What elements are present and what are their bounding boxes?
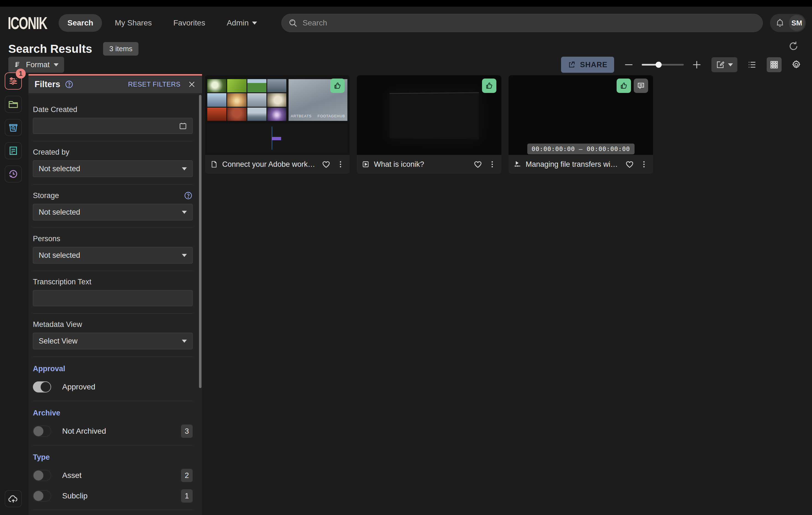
count-badge: 3	[181, 425, 193, 438]
favorite-heart-icon[interactable]	[625, 160, 634, 169]
not-archived-toggle-row: Not Archived 3	[33, 425, 193, 438]
results-toolbar: Format SHARE	[8, 56, 804, 73]
top-black-strip	[0, 0, 812, 7]
grid-view-icon[interactable]	[767, 57, 782, 72]
user-avatar[interactable]: SM	[789, 15, 805, 31]
share-icon	[568, 60, 576, 69]
rail-metadata-button[interactable]	[5, 142, 22, 159]
not-archived-toggle[interactable]	[33, 426, 51, 437]
asset-card-bar: What is iconik?	[357, 155, 501, 174]
storage-select[interactable]: Not selected	[33, 204, 193, 220]
rail-uploads-button[interactable]	[5, 490, 22, 507]
rail-saved-searches-button[interactable]	[5, 119, 22, 136]
toolbar-right: SHARE	[561, 57, 804, 73]
help-icon[interactable]	[65, 80, 74, 89]
panel-scrollbar-thumb[interactable]	[199, 95, 201, 388]
chevron-down-icon	[182, 167, 187, 170]
asset-title: Managing file transfers with th...	[526, 160, 619, 169]
count-badge: 1	[181, 489, 193, 503]
favorite-heart-icon[interactable]	[473, 160, 483, 169]
approval-group-heading: Approval	[33, 364, 193, 373]
favorite-heart-icon[interactable]	[321, 160, 331, 169]
archive-group-heading: Archive	[33, 409, 193, 417]
global-search[interactable]	[281, 14, 763, 32]
thumbnail-zoom-control	[621, 57, 704, 72]
asset-card[interactable]: ARTBEATS FOOTAGEHUB	[205, 75, 350, 174]
divider	[33, 227, 193, 228]
asset-card[interactable]: 00:00:00:00 – 00:00:00:00 Managing file …	[509, 75, 653, 174]
asset-title: What is iconik?	[374, 160, 468, 169]
subclip-toggle[interactable]	[33, 490, 51, 502]
nav-admin[interactable]: Admin	[218, 14, 266, 32]
persons-label: Persons	[33, 235, 193, 243]
chevron-down-icon	[54, 63, 59, 66]
storage-label: Storage	[33, 191, 193, 200]
zoom-in-icon[interactable]	[689, 57, 704, 72]
approved-thumbs-up-badge	[482, 79, 496, 93]
notifications-bell-icon[interactable]	[775, 18, 785, 28]
filters-panel: Filters RESET FILTERS Date Created Creat…	[28, 74, 202, 515]
reset-filters-link[interactable]: RESET FILTERS	[128, 80, 180, 88]
close-icon[interactable]	[188, 80, 196, 88]
type-group-heading: Type	[33, 453, 193, 462]
created-by-select[interactable]: Not selected	[33, 160, 193, 177]
search-icon	[288, 18, 298, 28]
thumb-watermark-left: ARTBEATS	[291, 114, 312, 118]
comment-badge	[634, 79, 648, 93]
metadata-view-select[interactable]: Select View	[33, 333, 193, 349]
list-view-icon[interactable]	[745, 57, 759, 72]
results-grid: ARTBEATS FOOTAGEHUB	[205, 75, 812, 515]
zoom-slider[interactable]	[642, 64, 684, 65]
page-title: Search Results	[8, 42, 92, 56]
date-created-label: Date Created	[33, 105, 193, 114]
kebab-menu-icon[interactable]	[488, 160, 496, 169]
refresh-icon[interactable]	[788, 40, 799, 52]
asset-toggle[interactable]	[33, 470, 51, 481]
asset-card[interactable]: What is iconik?	[357, 75, 501, 174]
file-icon	[210, 160, 218, 168]
help-icon[interactable]	[184, 191, 193, 200]
asset-title: Connect your Adobe workflow	[222, 160, 316, 169]
transcription-label: Transcription Text	[33, 278, 193, 286]
main-nav: Search My Shares Favorites Admin	[59, 14, 266, 32]
kebab-menu-icon[interactable]	[640, 160, 648, 169]
app-header: ICONIK Search My Shares Favorites Admin	[0, 7, 812, 39]
persons-select[interactable]: Not selected	[33, 247, 193, 264]
folder-icon	[8, 99, 19, 110]
rail-filters-button[interactable]: 1	[5, 73, 22, 90]
nav-favorites[interactable]: Favorites	[165, 14, 214, 32]
kebab-menu-icon[interactable]	[336, 160, 345, 169]
batch-edit-dropdown-button[interactable]	[712, 57, 737, 72]
divider	[33, 141, 193, 141]
metadata-view-label: Metadata View	[33, 320, 193, 329]
zoom-slider-thumb[interactable]	[656, 62, 662, 68]
approved-toggle-row: Approved	[33, 380, 193, 394]
approved-toggle[interactable]	[33, 381, 51, 392]
calendar-icon[interactable]	[178, 121, 187, 130]
zoom-out-icon[interactable]	[621, 57, 636, 72]
asset-thumbnail	[357, 75, 501, 155]
created-by-label: Created by	[33, 148, 193, 157]
asset-thumbnail: 00:00:00:00 – 00:00:00:00	[509, 75, 653, 155]
search-input[interactable]	[302, 19, 756, 27]
transcription-field[interactable]	[38, 294, 187, 303]
transcription-input[interactable]	[33, 290, 193, 306]
thumb-watermark-right: FOOTAGEHUB	[318, 114, 345, 118]
cloud-upload-icon	[7, 493, 19, 505]
history-clock-icon	[8, 168, 19, 180]
rail-history-button[interactable]	[5, 165, 22, 183]
video-play-icon	[362, 160, 370, 168]
date-created-field[interactable]	[38, 122, 178, 130]
settings-gear-icon[interactable]	[789, 57, 804, 72]
nav-search[interactable]: Search	[59, 14, 102, 32]
date-created-input[interactable]	[33, 118, 193, 134]
share-button[interactable]: SHARE	[561, 57, 614, 73]
approved-thumbs-up-badge	[617, 79, 631, 93]
chevron-down-icon	[182, 340, 187, 343]
edit-pencil-icon	[716, 60, 725, 69]
nav-my-shares[interactable]: My Shares	[106, 14, 161, 32]
rail-collections-button[interactable]	[5, 96, 22, 113]
sort-icon	[14, 60, 22, 69]
left-rail: 1	[0, 73, 27, 515]
divider	[33, 184, 193, 185]
